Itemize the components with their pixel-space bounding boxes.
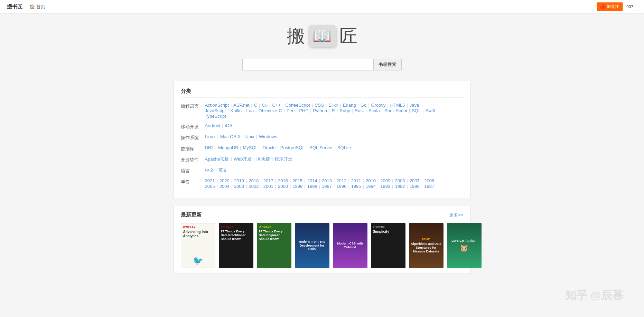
link-2009[interactable]: 2009 — [380, 178, 390, 184]
link-aspnet[interactable]: ASP.net — [233, 103, 249, 108]
link-apache[interactable]: Apache项目 — [205, 156, 229, 162]
recent-section: 最新更新 更多>> O'REILLY Advancing into Analyt… — [174, 206, 471, 274]
link-shellscript[interactable]: Shell Script — [384, 108, 407, 114]
book-cover-1[interactable]: O'REILLY Advancing into Analytics 🐦 — [181, 223, 215, 268]
link-2005[interactable]: 2005 — [205, 184, 215, 189]
link-go[interactable]: Go — [361, 103, 366, 108]
link-html5[interactable]: HTML5 — [390, 103, 405, 108]
link-1992[interactable]: 1992 — [395, 184, 405, 189]
link-1987[interactable]: 1987 — [424, 184, 434, 189]
link-sqlite[interactable]: SQLite — [337, 145, 351, 150]
recent-header: 最新更新 更多>> — [181, 212, 464, 218]
link-java[interactable]: Java — [410, 103, 419, 108]
link-2010[interactable]: 2010 — [366, 178, 376, 184]
link-2019[interactable]: 2019 — [234, 178, 244, 184]
link-r[interactable]: R — [332, 108, 335, 114]
book-cover-3[interactable]: O'REILLY 97 Things Every Data Engineer S… — [257, 223, 291, 268]
search-button[interactable]: 书籍搜索 — [374, 59, 402, 70]
link-1995[interactable]: 1995 — [351, 184, 361, 189]
book-cover-2[interactable]: O'REILLY 97 Things Every Data Practition… — [219, 223, 253, 268]
link-elixir[interactable]: Elixir — [328, 103, 338, 108]
link-android[interactable]: Android — [205, 123, 221, 128]
book-cover-8[interactable]: Let's Go Further! 🐹 — [447, 223, 482, 268]
link-javascript[interactable]: JavaScript — [205, 108, 226, 114]
link-chinese[interactable]: 中文 — [205, 167, 214, 173]
nav-home[interactable]: 🏠 首页 — [29, 4, 45, 10]
link-webdev[interactable]: Web开发 — [234, 156, 252, 162]
link-1993[interactable]: 1993 — [380, 184, 390, 189]
link-2016[interactable]: 2016 — [278, 178, 288, 184]
link-kotlin[interactable]: Kotlin — [231, 108, 242, 114]
link-c[interactable]: C — [254, 103, 257, 108]
link-swift[interactable]: Swift — [426, 108, 435, 114]
link-2004[interactable]: 2004 — [220, 184, 230, 189]
link-1996[interactable]: 1996 — [336, 184, 346, 189]
category-row-os: 操作系统 Linux| Mac OS X| Unix| Windows — [181, 134, 464, 141]
link-2017[interactable]: 2017 — [263, 178, 273, 184]
link-programdev[interactable]: 程序开发 — [274, 156, 292, 162]
category-row-db: 数据库 DB2| MongoDB| MySQL| Oracle| Postgre… — [181, 145, 464, 152]
book2-badge: O'REILLY — [221, 225, 233, 228]
link-windows[interactable]: Windows — [259, 134, 277, 139]
link-2000[interactable]: 2000 — [278, 184, 288, 189]
book-cover-5[interactable]: Modern CSS with Tailwind — [333, 223, 367, 268]
link-scala[interactable]: Scala — [368, 108, 380, 114]
link-2007[interactable]: 2007 — [410, 178, 420, 184]
link-2006[interactable]: 2006 — [424, 178, 434, 184]
link-1988[interactable]: 1988 — [410, 184, 420, 189]
link-english[interactable]: 英文 — [218, 167, 227, 173]
link-2012[interactable]: 2012 — [336, 178, 346, 184]
link-cpp[interactable]: C++ — [272, 103, 281, 108]
book-cover-4[interactable]: Modern Front-End Development for Rails — [295, 223, 329, 268]
link-typescript[interactable]: TypeScript — [205, 114, 226, 119]
link-rust[interactable]: Rust — [355, 108, 364, 114]
follow-button[interactable]: 🔴 加关注 — [597, 2, 623, 11]
link-linux[interactable]: Linux — [205, 134, 216, 139]
more-link[interactable]: 更多>> — [449, 212, 463, 218]
link-python[interactable]: Python — [313, 108, 327, 114]
link-groovy[interactable]: Groovy — [371, 103, 386, 108]
link-perl[interactable]: Perl — [287, 108, 295, 114]
link-2013[interactable]: 2013 — [322, 178, 332, 184]
link-actionscript[interactable]: ActionScript — [205, 103, 229, 108]
link-lua[interactable]: Lua — [246, 108, 254, 114]
link-sql[interactable]: SQL — [412, 108, 421, 114]
link-2008[interactable]: 2008 — [395, 178, 405, 184]
link-mysql[interactable]: MySQL — [243, 145, 258, 150]
link-db2[interactable]: DB2 — [205, 145, 214, 150]
book1-art: 🐦 — [193, 256, 203, 266]
link-2003[interactable]: 2003 — [234, 184, 244, 189]
link-2001[interactable]: 2001 — [263, 184, 273, 189]
book-cover-7[interactable]: MEAP Algorithms and Data Structures for … — [409, 223, 444, 268]
link-2021[interactable]: 2021 — [205, 178, 215, 184]
link-1994[interactable]: 1994 — [366, 184, 376, 189]
link-macosx[interactable]: Mac OS X — [220, 134, 241, 139]
link-2014[interactable]: 2014 — [307, 178, 317, 184]
link-csharp[interactable]: C# — [262, 103, 268, 108]
link-ruby[interactable]: Ruby — [339, 108, 350, 114]
link-ios[interactable]: iOS — [225, 123, 233, 128]
book8-title: Let's Go Further! — [451, 239, 477, 243]
link-unix[interactable]: Unix — [245, 134, 254, 139]
link-css[interactable]: CSS — [315, 103, 324, 108]
link-postgresql[interactable]: PostgreSQL — [280, 145, 305, 150]
link-1997[interactable]: 1997 — [322, 184, 332, 189]
link-1999[interactable]: 1999 — [292, 184, 302, 189]
link-2020[interactable]: 2020 — [220, 178, 230, 184]
link-coffeescript[interactable]: CoffeeScript — [285, 103, 310, 108]
link-mongodb[interactable]: MongoDB — [218, 145, 238, 150]
link-2015[interactable]: 2015 — [292, 178, 302, 184]
main-content: 搬 📖 匠 书籍搜索 分类 编程语言 ActionScript| ASP.net… — [174, 14, 471, 281]
search-input[interactable] — [242, 59, 374, 70]
link-oracle[interactable]: Oracle — [262, 145, 276, 150]
link-2018[interactable]: 2018 — [249, 178, 259, 184]
link-sqlserver[interactable]: SQL Server — [309, 145, 333, 150]
link-2002[interactable]: 2002 — [249, 184, 259, 189]
link-erlang[interactable]: Erlang — [343, 103, 356, 108]
link-blockchain[interactable]: 区块链 — [256, 156, 270, 162]
link-2011[interactable]: 2011 — [351, 178, 361, 184]
book-cover-6[interactable]: grokking Simplicity — [371, 223, 405, 268]
link-1998[interactable]: 1998 — [307, 184, 317, 189]
link-objectivec[interactable]: Objective-C — [259, 108, 282, 114]
link-php[interactable]: PHP — [299, 108, 308, 114]
